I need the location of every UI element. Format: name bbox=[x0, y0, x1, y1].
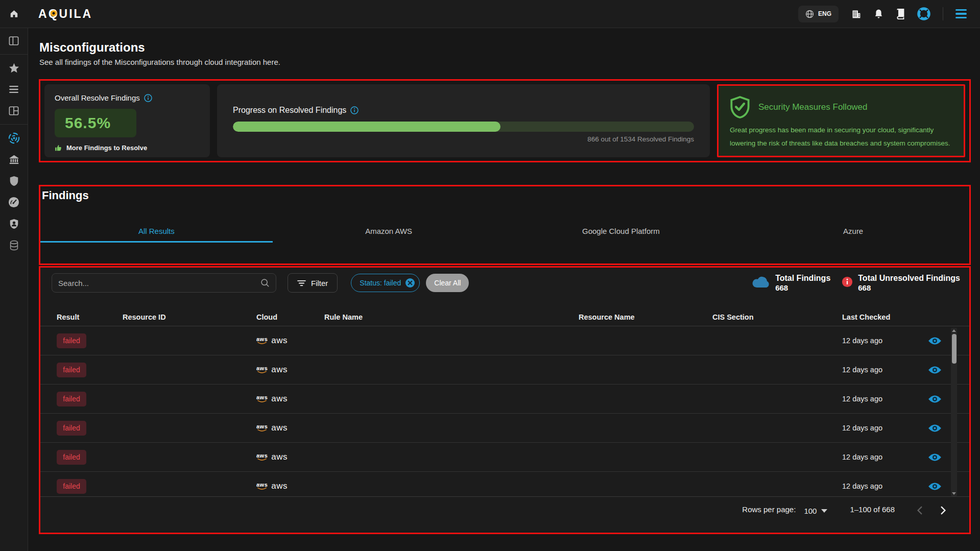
language-label: ENG bbox=[818, 10, 831, 17]
security-measures-title: Security Measures Followed bbox=[758, 102, 868, 112]
status-badge-failed: failed bbox=[57, 450, 86, 465]
column-header-cloud[interactable]: Cloud bbox=[256, 313, 324, 321]
home-icon[interactable] bbox=[0, 9, 28, 18]
column-header-last-checked[interactable]: Last Checked bbox=[842, 313, 919, 321]
sidebar-item-favorites[interactable] bbox=[0, 57, 28, 79]
support-life-ring-icon[interactable] bbox=[917, 7, 930, 20]
sidebar-item-identity[interactable] bbox=[0, 213, 28, 234]
docs-book-icon[interactable] bbox=[896, 9, 905, 19]
shield-icon bbox=[9, 176, 19, 186]
info-icon[interactable] bbox=[350, 106, 358, 114]
cloud-name: aws bbox=[271, 452, 288, 462]
eye-icon[interactable] bbox=[928, 394, 942, 404]
sidebar-nav bbox=[0, 28, 28, 551]
thumbs-up-icon bbox=[55, 144, 62, 152]
overall-percentage-box: 56.5% bbox=[55, 109, 136, 137]
annotation-box-stats: Overall Resolve Findings 56.5% More Find… bbox=[39, 79, 971, 162]
eye-icon[interactable] bbox=[928, 482, 942, 491]
shield-check-icon bbox=[730, 96, 750, 118]
cloud-cell: aws aws bbox=[256, 423, 324, 433]
table-scrollbar[interactable] bbox=[951, 328, 957, 496]
last-checked-cell: 12 days ago bbox=[842, 337, 919, 345]
logo-text-a: A bbox=[38, 7, 49, 21]
sidebar-item-list[interactable] bbox=[0, 79, 28, 100]
brand-logo[interactable]: AQUILA bbox=[38, 7, 92, 21]
logo-text-rest: UILA bbox=[59, 7, 93, 21]
sidebar-item-inventory[interactable] bbox=[0, 234, 28, 256]
aws-logo: aws bbox=[256, 366, 268, 374]
aws-logo: aws bbox=[256, 483, 268, 490]
language-selector[interactable]: ENG bbox=[798, 6, 839, 22]
tab-amazon-aws[interactable]: Amazon AWS bbox=[273, 220, 505, 242]
status-badge-failed: failed bbox=[57, 333, 86, 348]
scroll-down-icon[interactable] bbox=[952, 492, 956, 495]
column-header-resource-id[interactable]: Resource ID bbox=[123, 313, 256, 321]
table-row[interactable]: failed aws aws 12 days ago bbox=[40, 443, 969, 472]
sidebar-item-panels[interactable] bbox=[0, 30, 28, 52]
scroll-up-icon[interactable] bbox=[952, 329, 956, 332]
filter-button[interactable]: Filter bbox=[288, 273, 338, 293]
status-failed-filter-chip[interactable]: Status: failed bbox=[351, 274, 420, 292]
logo-eye-icon: Q bbox=[49, 7, 59, 21]
search-input[interactable] bbox=[58, 279, 260, 288]
top-bar: AQUILA ENG bbox=[0, 0, 980, 28]
sidebar-item-governance[interactable] bbox=[0, 149, 28, 170]
sidebar-divider bbox=[0, 54, 28, 55]
next-page-button[interactable] bbox=[940, 506, 947, 515]
progress-caption: 866 out of 1534 Resolved Findings bbox=[233, 135, 694, 143]
table-row[interactable]: failed aws aws 12 days ago bbox=[40, 385, 969, 414]
bank-icon bbox=[9, 154, 19, 164]
eye-icon[interactable] bbox=[928, 336, 942, 346]
tab-google-cloud-platform[interactable]: Google Cloud Platform bbox=[505, 220, 737, 242]
column-header-resource-name[interactable]: Resource Name bbox=[579, 313, 712, 321]
chip-label: Status: failed bbox=[360, 279, 401, 287]
table-row[interactable]: failed aws aws 12 days ago bbox=[40, 472, 969, 496]
sidebar-item-misconfigurations-active[interactable] bbox=[0, 127, 28, 149]
cloud-name: aws bbox=[271, 336, 288, 346]
cloud-cell: aws aws bbox=[256, 481, 324, 491]
table-row[interactable]: failed aws aws 12 days ago bbox=[40, 355, 969, 385]
eye-icon[interactable] bbox=[928, 365, 942, 375]
column-header-rule-name[interactable]: Rule Name bbox=[324, 313, 579, 321]
sidebar-item-security[interactable] bbox=[0, 170, 28, 191]
status-badge-failed: failed bbox=[57, 421, 86, 436]
annotation-box-table: Filter Status: failed Clear All Total Fi… bbox=[39, 266, 971, 534]
previous-page-button[interactable] bbox=[916, 506, 923, 515]
sidebar-item-benchmark[interactable] bbox=[0, 191, 28, 213]
overall-note: More Findings to Resolve bbox=[66, 144, 147, 152]
close-circle-icon[interactable] bbox=[405, 278, 415, 288]
total-findings: Total Findings 668 bbox=[752, 273, 830, 293]
status-badge-failed: failed bbox=[57, 479, 86, 494]
sidebar-divider bbox=[0, 124, 28, 125]
info-icon[interactable] bbox=[144, 94, 152, 102]
security-measures-card: Security Measures Followed Great progres… bbox=[717, 84, 965, 157]
scrollbar-thumb[interactable] bbox=[952, 334, 957, 364]
progress-card: Progress on Resolved Findings 866 out of… bbox=[217, 84, 710, 157]
tab-azure[interactable]: Azure bbox=[737, 220, 969, 242]
rows-per-page-select[interactable]: 100 bbox=[804, 507, 827, 515]
eye-icon[interactable] bbox=[928, 423, 942, 433]
table-row[interactable]: failed aws aws 12 days ago bbox=[40, 414, 969, 443]
tab-all-results[interactable]: All Results bbox=[40, 220, 273, 242]
star-icon bbox=[9, 63, 19, 73]
column-header-result[interactable]: Result bbox=[57, 313, 123, 321]
table-row[interactable]: failed aws aws 12 days ago bbox=[40, 326, 969, 355]
hamburger-menu-icon[interactable] bbox=[955, 9, 967, 19]
pagination-range: 1–100 of 668 bbox=[850, 505, 895, 514]
last-checked-cell: 12 days ago bbox=[842, 366, 919, 374]
total-findings-value: 668 bbox=[775, 283, 830, 293]
last-checked-cell: 12 days ago bbox=[842, 395, 919, 403]
eye-icon[interactable] bbox=[928, 452, 942, 462]
cloud-name: aws bbox=[271, 423, 288, 433]
findings-title: Findings bbox=[42, 189, 969, 202]
progress-label: Progress on Resolved Findings bbox=[233, 106, 346, 115]
topbar-divider bbox=[943, 7, 943, 20]
clear-all-button[interactable]: Clear All bbox=[426, 274, 469, 292]
organization-icon[interactable] bbox=[851, 9, 862, 19]
menu-lines-icon bbox=[9, 85, 19, 93]
sidebar-item-dashboard[interactable] bbox=[0, 100, 28, 122]
cloud-name: aws bbox=[271, 481, 288, 491]
table-header-row: Result Resource ID Cloud Rule Name Resou… bbox=[40, 308, 969, 326]
notifications-bell-icon[interactable] bbox=[874, 9, 883, 19]
column-header-cis-section[interactable]: CIS Section bbox=[712, 313, 842, 321]
